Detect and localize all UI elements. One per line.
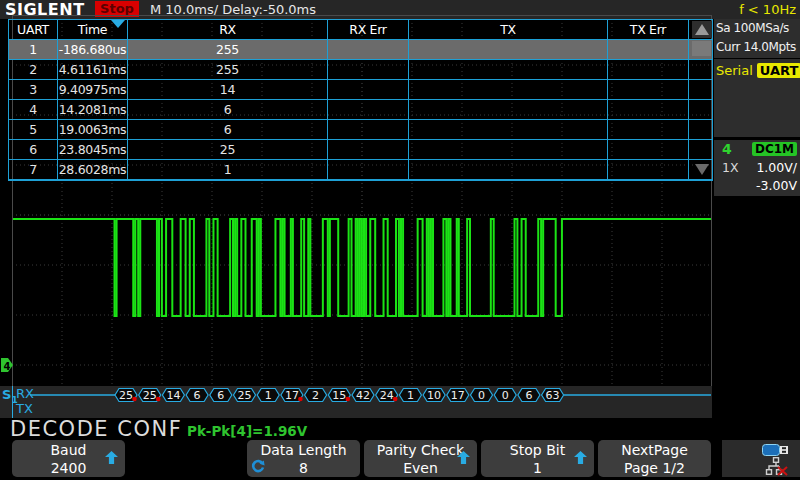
- table-cell: [409, 140, 608, 159]
- softkey-baud[interactable]: Baud 2400: [12, 440, 125, 477]
- table-cell: [328, 80, 409, 99]
- acquisition-info-panel: Sa 100MSa/s Curr 14.0Mpts: [714, 19, 800, 58]
- timebase-readout[interactable]: M 10.0ms/ Delay:-50.0ms: [150, 0, 316, 19]
- usb-storage-icon: [762, 443, 790, 457]
- table-cell: -186.680us: [58, 40, 128, 59]
- table-cell: 4.61161ms: [58, 60, 128, 79]
- column-header-time[interactable]: Time: [58, 20, 128, 39]
- serial-decode-panel[interactable]: SerialUART: [714, 59, 800, 137]
- table-cell: 255: [128, 40, 328, 59]
- table-row[interactable]: 519.0063ms6: [9, 120, 712, 140]
- table-cell: [328, 100, 409, 119]
- softkey-parity-check[interactable]: Parity Check Even: [364, 440, 477, 477]
- table-cell: [608, 140, 689, 159]
- serial-label: Serial: [716, 63, 753, 78]
- column-header-rx-err[interactable]: RX Err: [328, 20, 409, 39]
- table-cell: 9.40975ms: [58, 80, 128, 99]
- table-cell: [608, 80, 689, 99]
- pkpk-measurement: Pk-Pk[4]=1.96V: [187, 423, 307, 439]
- channel-coupling-badge: DC1M: [752, 142, 797, 156]
- scroll-down-button[interactable]: [692, 161, 712, 177]
- table-cell: [608, 40, 689, 59]
- table-cell: 255: [128, 60, 328, 79]
- column-header-tx[interactable]: TX: [409, 20, 608, 39]
- table-cell: [328, 40, 409, 59]
- table-cell: [608, 100, 689, 119]
- right-sidebar: Sa 100MSa/s Curr 14.0Mpts SerialUART 4 D…: [714, 19, 800, 419]
- column-header-uart[interactable]: UART: [9, 20, 58, 39]
- table-cell: [409, 80, 608, 99]
- table-cell: [328, 140, 409, 159]
- softkey-value: 2400: [12, 459, 125, 477]
- lan-disconnected-icon: [765, 457, 789, 476]
- tx-bus-label: TX: [16, 401, 33, 417]
- table-row[interactable]: 623.8045ms25: [9, 140, 712, 160]
- channel4-level-marker[interactable]: [1, 358, 13, 372]
- bus-divider-line: [12, 386, 13, 418]
- oscilloscope-screen: SIGLENT Stop M 10.0ms/ Delay:-50.0ms f <…: [0, 0, 800, 480]
- rotate-icon: [250, 459, 266, 475]
- table-cell: 6: [9, 140, 58, 159]
- column-header-rx[interactable]: RX: [128, 20, 328, 39]
- table-cell: 19.0063ms: [58, 120, 128, 139]
- table-cell: [409, 120, 608, 139]
- table-cell: 3: [9, 80, 58, 99]
- table-cell: 28.6028ms: [58, 160, 128, 179]
- scroll-thumb[interactable]: [692, 41, 711, 56]
- softkey-value: Page 1/2: [598, 459, 711, 477]
- decode-event-table: UARTTimeRXRX ErrTXTX Err1-186.680us25524…: [8, 19, 713, 181]
- softkey-label: Data Length: [247, 441, 360, 459]
- table-cell: 6: [128, 100, 328, 119]
- table-cell: [328, 160, 409, 179]
- top-status-bar: SIGLENT Stop M 10.0ms/ Delay:-50.0ms f <…: [0, 0, 800, 19]
- table-row[interactable]: 24.61161ms255: [9, 60, 712, 80]
- table-cell: 7: [9, 160, 58, 179]
- triangle-up-icon: [695, 24, 709, 35]
- table-cell: 4: [9, 100, 58, 119]
- rx-bus-label: RX: [16, 386, 34, 402]
- frequency-counter: f < 10Hz: [739, 0, 796, 19]
- brand-logo: SIGLENT: [5, 0, 85, 19]
- table-cell: 6: [128, 120, 328, 139]
- table-row[interactable]: 414.2081ms6: [9, 100, 712, 120]
- table-header-row: UARTTimeRXRX ErrTXTX Err: [9, 20, 712, 40]
- table-cell: [608, 120, 689, 139]
- vertical-scale: 1.00V/: [756, 160, 797, 175]
- column-header-tx-err[interactable]: TX Err: [608, 20, 689, 39]
- table-cell: [328, 120, 409, 139]
- svg-text:4: 4: [4, 361, 11, 372]
- table-cell: [409, 100, 608, 119]
- table-scrollbar[interactable]: [691, 20, 712, 179]
- scroll-up-button[interactable]: [692, 21, 712, 38]
- softkey-value: Even: [364, 459, 477, 477]
- table-cell: [409, 40, 608, 59]
- status-icons-panel: [722, 440, 800, 477]
- serial-protocol-badge: UART: [757, 63, 800, 78]
- softkey-next-page[interactable]: NextPage Page 1/2: [598, 440, 711, 477]
- table-row[interactable]: 39.40975ms14: [9, 80, 712, 100]
- table-cell: [328, 60, 409, 79]
- acquisition-state-badge[interactable]: Stop: [95, 1, 139, 17]
- softkey-stop-bit[interactable]: Stop Bit 1: [481, 440, 594, 477]
- memory-depth: Curr 14.0Mpts: [716, 38, 800, 57]
- sort-descending-icon: [111, 20, 125, 28]
- table-cell: 14: [128, 80, 328, 99]
- triangle-down-icon: [695, 164, 709, 175]
- softkey-label: NextPage: [598, 441, 711, 459]
- channel4-panel[interactable]: 4 DC1M 1X 1.00V/ -3.00V: [714, 140, 800, 196]
- table-cell: [409, 160, 608, 179]
- table-cell: 25: [128, 140, 328, 159]
- table-cell: 1: [9, 40, 58, 59]
- channel-number: 4: [722, 141, 732, 157]
- table-cell: 5: [9, 120, 58, 139]
- table-row[interactable]: 728.6028ms1: [9, 160, 712, 180]
- softkey-data-length[interactable]: Data Length 8: [247, 440, 360, 477]
- table-cell: 23.8045ms: [58, 140, 128, 159]
- decode-bus-strip: S1 RX TX: [0, 386, 712, 418]
- vertical-offset: -3.00V: [756, 178, 797, 193]
- table-cell: 1: [128, 160, 328, 179]
- table-row[interactable]: 1-186.680us255: [9, 40, 712, 60]
- probe-attenuation: 1X: [722, 160, 739, 175]
- table-cell: 2: [9, 60, 58, 79]
- table-cell: [409, 60, 608, 79]
